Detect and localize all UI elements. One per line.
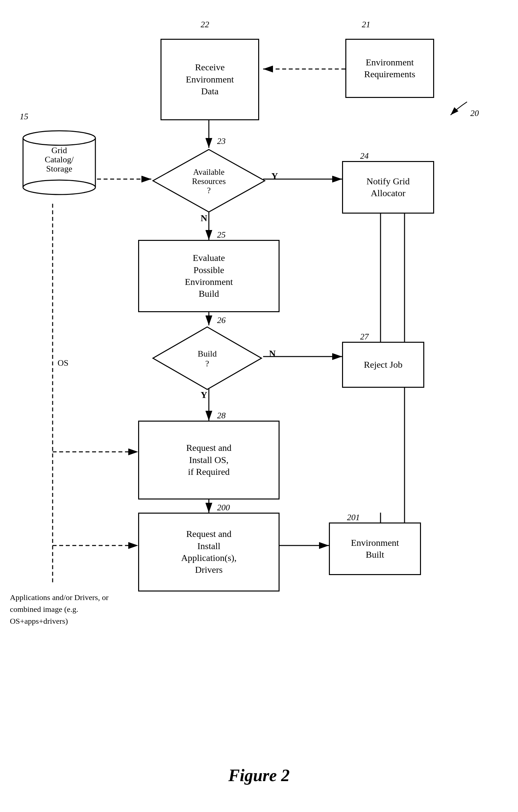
ref-201: 201 bbox=[347, 513, 360, 522]
receive-env-box: Receive Environment Data bbox=[161, 39, 259, 120]
ref-27: 27 bbox=[360, 332, 369, 342]
svg-text:Resources: Resources bbox=[192, 177, 226, 186]
notify-grid-box: Notify Grid Allocator bbox=[342, 161, 434, 213]
grid-catalog-cylinder: Grid Catalog/ Storage bbox=[20, 128, 99, 200]
connections-svg bbox=[0, 0, 518, 812]
apps-drivers-label: Applications and/or Drivers, or combined… bbox=[10, 591, 135, 627]
env-built-label: Environment Built bbox=[351, 537, 399, 561]
ref-24: 24 bbox=[360, 151, 369, 161]
os-label: OS bbox=[58, 358, 69, 368]
diagram-container: 22 Receive Environment Data 21 Environme… bbox=[0, 0, 518, 812]
available-resources-diamond-wrapper: Available Resources ? bbox=[151, 148, 266, 213]
request-install-apps-box: Request and Install Application(s), Driv… bbox=[138, 513, 279, 591]
n-label-available: N bbox=[201, 213, 207, 224]
svg-text:Build: Build bbox=[198, 349, 217, 358]
svg-text:Storage: Storage bbox=[46, 164, 72, 174]
notify-grid-label: Notify Grid Allocator bbox=[366, 175, 409, 200]
ref-21: 21 bbox=[362, 20, 370, 30]
ref20-arrow bbox=[441, 95, 480, 122]
svg-text:Available: Available bbox=[193, 168, 224, 176]
svg-point-23 bbox=[23, 180, 96, 195]
ref-23: 23 bbox=[217, 136, 226, 146]
env-built-box: Environment Built bbox=[329, 522, 421, 575]
ref-28: 28 bbox=[217, 411, 226, 420]
ref-22: 22 bbox=[201, 20, 209, 30]
ref-26: 26 bbox=[217, 316, 226, 325]
receive-env-label: Receive Environment Data bbox=[186, 61, 234, 97]
build-diamond-wrapper: Build ? bbox=[151, 325, 263, 391]
env-req-box: Environment Requirements bbox=[345, 39, 434, 98]
ref-25: 25 bbox=[217, 230, 226, 240]
svg-text:?: ? bbox=[205, 359, 209, 368]
request-install-apps-label: Request and Install Application(s), Driv… bbox=[181, 528, 237, 576]
env-req-label: Environment Requirements bbox=[364, 57, 415, 81]
available-resources-svg: Available Resources ? bbox=[151, 148, 266, 213]
ref-200: 200 bbox=[217, 503, 230, 513]
svg-text:Grid: Grid bbox=[51, 146, 67, 155]
svg-text:Catalog/: Catalog/ bbox=[45, 155, 74, 164]
evaluate-label: Evaluate Possible Environment Build bbox=[185, 252, 233, 300]
n-label-build: N bbox=[269, 348, 276, 359]
svg-text:?: ? bbox=[207, 186, 211, 195]
y-label-available: Y bbox=[271, 171, 278, 181]
build-svg: Build ? bbox=[151, 325, 263, 391]
svg-point-22 bbox=[23, 131, 96, 145]
y-label-build: Y bbox=[201, 390, 207, 400]
request-install-os-label: Request and Install OS, if Required bbox=[186, 442, 231, 478]
cylinder-svg: Grid Catalog/ Storage bbox=[20, 128, 99, 200]
figure-caption: Figure 2 bbox=[0, 766, 518, 792]
evaluate-box: Evaluate Possible Environment Build bbox=[138, 240, 279, 312]
request-install-os-box: Request and Install OS, if Required bbox=[138, 420, 279, 499]
reject-job-box: Reject Job bbox=[342, 342, 424, 388]
ref-15: 15 bbox=[20, 112, 28, 122]
reject-job-label: Reject Job bbox=[364, 359, 402, 371]
